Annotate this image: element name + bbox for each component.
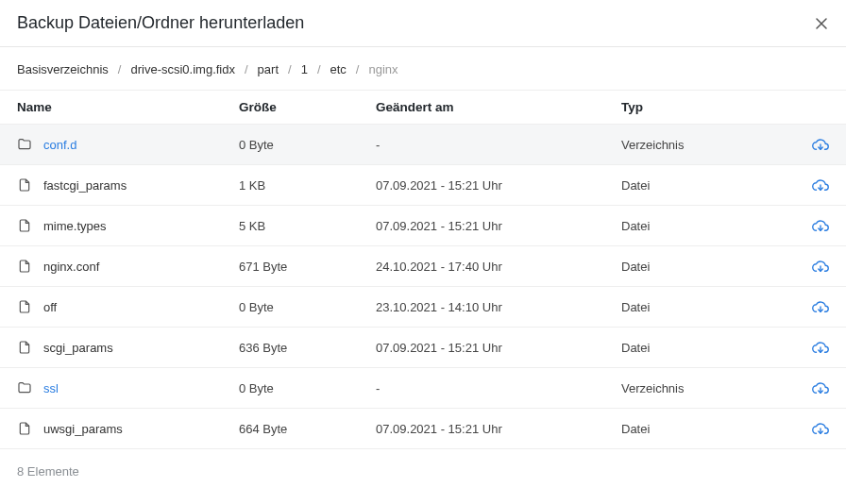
file-name: scgi_params [43,341,113,355]
cell-size: 664 Byte [239,422,376,436]
cell-type: Verzeichnis [621,381,801,395]
file-icon [17,177,32,193]
cell-modified: 07.09.2021 - 15:21 Uhr [376,422,621,436]
breadcrumb-separator: / [317,62,321,76]
download-icon[interactable] [812,176,829,193]
cell-type: Datei [621,422,801,436]
file-name: mime.types [43,219,106,233]
table-row[interactable]: mime.types5 KB07.09.2021 - 15:21 UhrDate… [0,206,846,246]
cell-name: uwsgi_params [17,421,239,436]
cell-action [801,176,829,193]
folder-icon [17,137,32,152]
cell-modified: 23.10.2021 - 14:10 Uhr [376,300,621,314]
cell-action [801,258,829,275]
cell-name: conf.d [17,137,239,152]
close-icon [816,18,827,29]
dialog: Backup Dateien/Ordner herunterladen Basi… [0,0,846,494]
breadcrumb-separator: / [288,62,292,76]
dialog-title: Backup Dateien/Ordner herunterladen [17,13,304,33]
header-size[interactable]: Größe [239,100,376,114]
cell-modified: 07.09.2021 - 15:21 Uhr [376,178,621,193]
file-icon [17,299,32,314]
cell-name: ssl [17,380,239,395]
file-table: Name Größe Geändert am Typ conf.d0 Byte-… [0,90,846,449]
cell-action [801,339,829,356]
table-row[interactable]: uwsgi_params664 Byte07.09.2021 - 15:21 U… [0,409,846,449]
header-type[interactable]: Typ [621,100,801,114]
cell-name: off [17,299,239,314]
header-modified[interactable]: Geändert am [376,100,621,114]
table-body: conf.d0 Byte-Verzeichnisfastcgi_params1 … [0,125,846,449]
breadcrumb: Basisverzeichnis/drive-scsi0.img.fidx/pa… [0,47,846,90]
file-name: fastcgi_params [43,178,127,193]
breadcrumb-item[interactable]: drive-scsi0.img.fidx [130,62,235,76]
folder-icon [17,380,32,395]
cell-action [801,298,829,315]
table-row[interactable]: fastcgi_params1 KB07.09.2021 - 15:21 Uhr… [0,165,846,206]
cell-size: 0 Byte [239,300,376,314]
file-name[interactable]: conf.d [43,138,76,152]
table-header: Name Größe Geändert am Typ [0,90,846,125]
cell-modified: - [376,138,621,152]
file-icon [17,259,32,274]
file-name[interactable]: ssl [43,381,59,395]
download-icon[interactable] [812,136,829,153]
download-icon[interactable] [812,258,829,275]
cell-type: Datei [621,219,801,233]
table-row[interactable]: ssl0 Byte-Verzeichnis [0,368,846,409]
breadcrumb-separator: / [118,62,122,76]
cell-name: scgi_params [17,340,239,355]
cell-action [801,420,829,437]
file-icon [17,421,32,436]
cell-size: 1 KB [239,178,376,193]
breadcrumb-item[interactable]: 1 [301,62,308,76]
download-icon[interactable] [812,379,829,396]
download-icon[interactable] [812,420,829,437]
cell-type: Datei [621,178,801,193]
table-row[interactable]: off0 Byte23.10.2021 - 14:10 UhrDatei [0,287,846,328]
cell-name: fastcgi_params [17,177,239,193]
cell-type: Datei [621,300,801,314]
cell-modified: 24.10.2021 - 17:40 Uhr [376,260,621,274]
cell-name: nginx.conf [17,259,239,274]
cell-size: 671 Byte [239,260,376,274]
table-row[interactable]: scgi_params636 Byte07.09.2021 - 15:21 Uh… [0,328,846,368]
cell-type: Verzeichnis [621,138,801,152]
cell-modified: 07.09.2021 - 15:21 Uhr [376,219,621,233]
file-name: uwsgi_params [43,422,123,436]
footer-count: 8 Elemente [0,449,846,494]
breadcrumb-separator: / [245,62,248,76]
table-row[interactable]: conf.d0 Byte-Verzeichnis [0,125,846,165]
header-action [801,100,829,114]
cell-action [801,217,829,234]
file-name: off [43,300,57,314]
cell-size: 5 KB [239,219,376,233]
file-name: nginx.conf [43,260,99,274]
download-icon[interactable] [812,298,829,315]
file-icon [17,218,32,233]
breadcrumb-item: nginx [368,62,398,76]
cell-size: 0 Byte [239,381,376,395]
breadcrumb-item[interactable]: etc [330,62,347,76]
file-icon [17,340,32,355]
cell-size: 636 Byte [239,341,376,355]
breadcrumb-item[interactable]: part [258,62,279,76]
close-button[interactable] [814,16,829,31]
breadcrumb-item[interactable]: Basisverzeichnis [17,62,109,76]
header-name[interactable]: Name [17,100,239,114]
cell-action [801,136,829,153]
dialog-header: Backup Dateien/Ordner herunterladen [0,0,846,46]
cell-size: 0 Byte [239,138,376,152]
cell-name: mime.types [17,218,239,233]
cell-type: Datei [621,260,801,274]
cell-modified: - [376,381,621,395]
download-icon[interactable] [812,217,829,234]
cell-action [801,379,829,396]
download-icon[interactable] [812,339,829,356]
cell-modified: 07.09.2021 - 15:21 Uhr [376,341,621,355]
breadcrumb-separator: / [356,62,360,76]
cell-type: Datei [621,341,801,355]
table-row[interactable]: nginx.conf671 Byte24.10.2021 - 17:40 Uhr… [0,246,846,287]
